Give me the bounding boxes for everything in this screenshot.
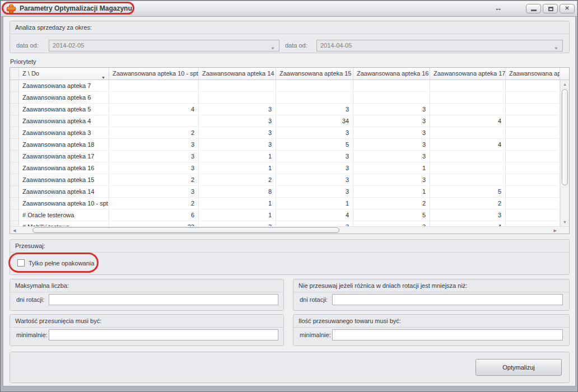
grid-value-cell[interactable]: 3 <box>199 127 276 139</box>
table-row[interactable]: Zaawansowana apteka 1438315 <box>10 186 560 198</box>
grid-value-cell[interactable]: 3 <box>353 115 430 127</box>
row-name-cell[interactable]: Zaawansowana apteka 5 <box>19 104 109 115</box>
only-full-packages-checkbox[interactable] <box>17 259 25 267</box>
row-name-cell[interactable]: Zaawansowana apteka 6 <box>19 92 109 104</box>
grid-value-cell[interactable]: 3 <box>199 139 276 151</box>
grid-value-cell[interactable]: 3 <box>109 162 199 174</box>
grid-value-cell[interactable] <box>430 80 506 92</box>
grid-value-cell[interactable]: 3 <box>353 127 430 139</box>
row-name-cell[interactable]: Zaawansowana apteka 17 <box>19 151 109 162</box>
title-bar[interactable]: Parametry Optymalizacji Magazynu ↔ ✕ <box>1 1 577 17</box>
horizontal-scroll-thumb[interactable] <box>32 227 339 233</box>
grid-value-cell[interactable] <box>506 174 560 186</box>
grid-value-cell[interactable] <box>506 104 560 115</box>
table-row[interactable]: Zaawansowana apteka 6 <box>10 92 560 104</box>
grid-value-cell[interactable]: 5 <box>430 186 506 198</box>
grid-value-cell[interactable]: 2 <box>109 127 199 139</box>
scroll-right-icon[interactable]: ▶ <box>554 228 557 233</box>
grid-value-cell[interactable] <box>506 139 560 151</box>
date-from-combo[interactable]: 2014-02-05 ▼ <box>49 40 279 52</box>
grid-value-cell[interactable]: 3 <box>109 139 199 151</box>
grid-value-cell[interactable]: 3 <box>353 174 430 186</box>
grid-value-cell[interactable] <box>506 162 560 174</box>
grid-value-cell[interactable] <box>506 186 560 198</box>
vertical-scroll-thumb[interactable] <box>562 89 568 185</box>
grid-value-cell[interactable] <box>353 80 430 92</box>
grid-value-cell[interactable]: 5 <box>353 209 430 221</box>
grid-value-cell[interactable] <box>430 151 506 162</box>
horizontal-scrollbar[interactable]: ◀ ▶ <box>10 226 569 234</box>
row-name-cell[interactable]: # Mobilki testowa <box>19 221 109 226</box>
grid-value-cell[interactable] <box>506 80 560 92</box>
grid-value-cell[interactable]: 2 <box>199 174 276 186</box>
minimalnie-input-2[interactable] <box>332 329 563 340</box>
grid-value-cell[interactable]: 3 <box>199 104 276 115</box>
grid-value-cell[interactable]: 2 <box>430 198 506 209</box>
grid-column-header[interactable]: Zaawansowana apteka 17 <box>430 68 506 80</box>
grid-value-cell[interactable] <box>430 162 506 174</box>
grid-value-cell[interactable] <box>506 198 560 209</box>
grid-value-cell[interactable]: 4 <box>430 115 506 127</box>
grid-value-cell[interactable]: 3 <box>199 221 276 226</box>
grid-value-cell[interactable]: 1 <box>353 186 430 198</box>
grid-value-cell[interactable] <box>506 127 560 139</box>
dni-rotacji-input-1[interactable] <box>49 294 278 305</box>
grid-value-cell[interactable]: 3 <box>276 162 353 174</box>
grid-value-cell[interactable] <box>276 80 353 92</box>
table-row[interactable]: Zaawansowana apteka 433434 <box>10 115 560 127</box>
grid-value-cell[interactable]: 2 <box>109 174 199 186</box>
grid-value-cell[interactable]: 4 <box>430 221 506 226</box>
grid-value-cell[interactable]: 5 <box>276 139 353 151</box>
dni-rotacji-input-2[interactable] <box>332 294 563 305</box>
grid-value-cell[interactable]: 3 <box>276 104 353 115</box>
grid-value-cell[interactable]: 4 <box>430 139 506 151</box>
grid-value-cell[interactable]: 3 <box>276 186 353 198</box>
grid-column-header[interactable]: Z \ Do▼ <box>19 68 109 80</box>
grid-value-cell[interactable]: 3 <box>353 221 430 226</box>
grid-value-cell[interactable] <box>109 92 199 104</box>
grid-value-cell[interactable]: 1 <box>199 162 276 174</box>
table-row[interactable]: Zaawansowana apteka 152233 <box>10 174 560 186</box>
grid-value-cell[interactable]: 34 <box>276 115 353 127</box>
row-name-cell[interactable]: Zaawansowana apteka 15 <box>19 174 109 186</box>
table-row[interactable]: Zaawansowana apteka 10 - spt21122 <box>10 198 560 209</box>
grid-value-cell[interactable] <box>353 92 430 104</box>
grid-value-cell[interactable] <box>506 209 560 221</box>
grid-value-cell[interactable]: 3 <box>353 151 430 162</box>
grid-value-cell[interactable] <box>430 174 506 186</box>
table-row[interactable]: # Mobilki testowa233334 <box>10 221 560 226</box>
grid-value-cell[interactable]: 3 <box>109 151 199 162</box>
row-name-cell[interactable]: Zaawansowana apteka 7 <box>19 80 109 92</box>
row-name-cell[interactable]: Zaawansowana apteka 16 <box>19 162 109 174</box>
grid-value-cell[interactable]: 3 <box>353 104 430 115</box>
grid-value-cell[interactable]: 3 <box>276 127 353 139</box>
scroll-left-icon[interactable]: ◀ <box>13 228 16 233</box>
grid-value-cell[interactable]: 3 <box>109 186 199 198</box>
sort-arrow-icon[interactable]: ▼ <box>101 72 105 80</box>
grid-value-cell[interactable]: 23 <box>109 221 199 226</box>
grid-value-cell[interactable]: 1 <box>199 209 276 221</box>
grid-value-cell[interactable] <box>506 221 560 226</box>
grid-column-header[interactable]: Zaawansowana apteka 16 <box>353 68 430 80</box>
grid-value-cell[interactable] <box>506 92 560 104</box>
grid-value-cell[interactable]: 1 <box>199 198 276 209</box>
grid-column-header[interactable]: Zaawansowana apteka 10 - spt <box>109 68 199 80</box>
row-name-cell[interactable]: Zaawansowana apteka 4 <box>19 115 109 127</box>
grid-value-cell[interactable] <box>199 92 276 104</box>
table-row[interactable]: Zaawansowana apteka 173133 <box>10 151 560 162</box>
grid-value-cell[interactable]: 2 <box>109 198 199 209</box>
optimize-button[interactable]: Optymalizuj <box>476 359 562 376</box>
grid-value-cell[interactable] <box>430 92 506 104</box>
grid-value-cell[interactable]: 8 <box>199 186 276 198</box>
grid-column-header[interactable]: Zaawansowana apteka <box>506 68 560 80</box>
grid-value-cell[interactable]: 3 <box>199 115 276 127</box>
row-name-cell[interactable]: Zaawansowana apteka 18 <box>19 139 109 151</box>
scroll-up-icon[interactable]: ▲ <box>561 82 569 86</box>
table-row[interactable]: Zaawansowana apteka 7 <box>10 80 560 92</box>
grid-value-cell[interactable] <box>430 104 506 115</box>
grid-value-cell[interactable]: 1 <box>353 162 430 174</box>
grid-value-cell[interactable]: 3 <box>276 174 353 186</box>
table-row[interactable]: Zaawansowana apteka 1833534 <box>10 139 560 151</box>
grid-value-cell[interactable] <box>199 80 276 92</box>
grid-value-cell[interactable]: 4 <box>276 209 353 221</box>
